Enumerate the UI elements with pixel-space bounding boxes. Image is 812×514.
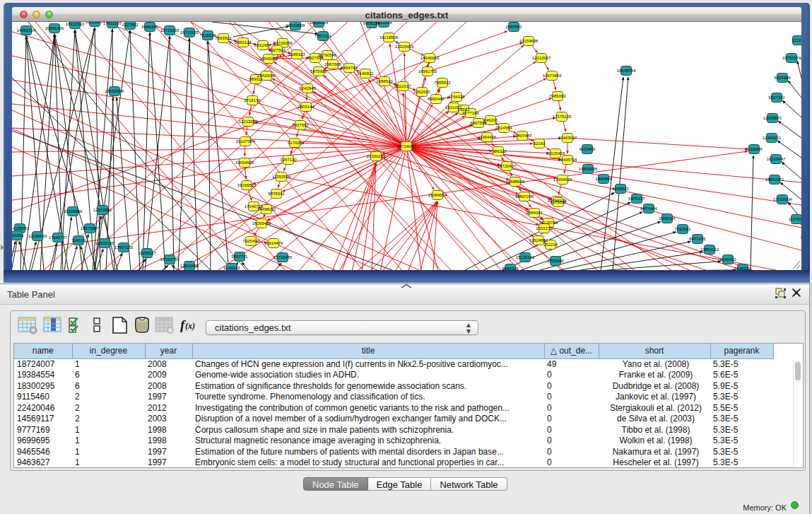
svg-text:9245652: 9245652 xyxy=(719,257,736,262)
svg-text:3267130: 3267130 xyxy=(280,158,297,162)
svg-text:9457771: 9457771 xyxy=(231,255,248,259)
svg-text:16093489: 16093489 xyxy=(252,221,271,226)
svg-text:2935114: 2935114 xyxy=(659,216,676,221)
svg-text:12444151: 12444151 xyxy=(763,136,782,140)
svg-text:18807249: 18807249 xyxy=(515,194,534,199)
svg-text:15716485: 15716485 xyxy=(273,255,293,259)
svg-text:17611297: 17611297 xyxy=(103,22,122,25)
svg-text:8454749: 8454749 xyxy=(341,66,358,70)
svg-text:21364436: 21364436 xyxy=(478,135,497,139)
svg-text:1733426: 1733426 xyxy=(547,259,564,263)
svg-text:16210647: 16210647 xyxy=(767,157,786,161)
svg-text:8427552: 8427552 xyxy=(292,123,309,127)
svg-text:19218506: 19218506 xyxy=(379,35,399,40)
svg-text:2718176: 2718176 xyxy=(244,98,261,103)
svg-text:13975887: 13975887 xyxy=(81,226,100,230)
svg-text:12505135: 12505135 xyxy=(95,241,114,245)
svg-text:17375135: 17375135 xyxy=(553,115,572,119)
svg-text:53226058: 53226058 xyxy=(273,41,293,45)
svg-text:16543382: 16543382 xyxy=(259,57,278,61)
svg-text:8186323: 8186323 xyxy=(288,52,305,57)
svg-text:(x): (x) xyxy=(185,321,195,331)
svg-text:746266: 746266 xyxy=(483,118,498,122)
svg-text:16120746: 16120746 xyxy=(539,221,558,225)
svg-text:10025453: 10025453 xyxy=(546,151,565,156)
svg-text:7663822: 7663822 xyxy=(215,36,232,40)
svg-text:10899695: 10899695 xyxy=(579,167,598,171)
svg-text:10807487: 10807487 xyxy=(513,134,532,138)
svg-text:5878342: 5878342 xyxy=(268,192,285,196)
svg-text:12213967: 12213967 xyxy=(532,56,551,60)
svg-text:9329966: 9329966 xyxy=(774,76,791,80)
svg-text:10958117: 10958117 xyxy=(138,251,157,255)
svg-text:8471676: 8471676 xyxy=(689,237,706,241)
svg-text:17942737: 17942737 xyxy=(49,235,68,240)
svg-text:14055724: 14055724 xyxy=(17,28,36,33)
svg-text:16782759: 16782759 xyxy=(160,257,180,262)
svg-text:19166825: 19166825 xyxy=(237,183,257,187)
svg-text:1362615: 1362615 xyxy=(413,90,430,94)
svg-text:19384554: 19384554 xyxy=(428,193,447,197)
svg-text:21300203: 21300203 xyxy=(367,154,386,158)
svg-text:18313310: 18313310 xyxy=(66,22,85,26)
svg-text:8990448: 8990448 xyxy=(428,97,445,101)
svg-text:7925402: 7925402 xyxy=(242,239,259,243)
svg-text:114519: 114519 xyxy=(71,238,86,243)
svg-text:17654923: 17654923 xyxy=(553,177,572,182)
svg-text:12353594: 12353594 xyxy=(272,175,291,179)
svg-text:19654935: 19654935 xyxy=(235,160,254,165)
svg-text:10854112: 10854112 xyxy=(700,247,719,252)
svg-text:917006: 917006 xyxy=(288,141,302,145)
svg-text:8912954: 8912954 xyxy=(254,43,271,47)
svg-text:14495794: 14495794 xyxy=(558,158,577,162)
svg-text:5875685: 5875685 xyxy=(310,69,327,74)
svg-text:8215958: 8215958 xyxy=(746,147,763,151)
svg-text:9146821: 9146821 xyxy=(357,71,374,76)
svg-text:12156829: 12156829 xyxy=(28,234,47,238)
svg-text:9242848: 9242848 xyxy=(299,86,316,90)
svg-text:18640910: 18640910 xyxy=(420,56,440,60)
svg-text:12093872: 12093872 xyxy=(763,116,782,120)
svg-text:9084067: 9084067 xyxy=(526,211,543,215)
svg-text:989011: 989011 xyxy=(249,77,263,81)
svg-text:13463627: 13463627 xyxy=(558,136,577,140)
svg-text:18790546: 18790546 xyxy=(318,53,337,57)
svg-text:252214: 252214 xyxy=(543,243,558,247)
svg-text:16713155: 16713155 xyxy=(180,30,199,35)
svg-text:9327503: 9327503 xyxy=(269,48,286,52)
svg-text:9358226: 9358226 xyxy=(363,22,380,25)
svg-text:9227342: 9227342 xyxy=(768,95,785,100)
svg-text:16836514: 16836514 xyxy=(310,22,329,25)
svg-text:20206556: 20206556 xyxy=(64,209,83,214)
svg-text:17016504: 17016504 xyxy=(773,197,792,201)
svg-text:11124: 11124 xyxy=(792,38,801,42)
svg-text:10973493: 10973493 xyxy=(543,74,562,78)
svg-text:1075692: 1075692 xyxy=(550,200,567,204)
svg-text:1588520: 1588520 xyxy=(376,79,393,83)
svg-text:2803144: 2803144 xyxy=(298,105,314,109)
svg-text:1167534: 1167534 xyxy=(789,217,801,221)
svg-text:6379197: 6379197 xyxy=(628,197,645,201)
svg-text:20691406: 20691406 xyxy=(45,26,64,30)
svg-text:14498222: 14498222 xyxy=(257,207,276,211)
svg-text:7986322: 7986322 xyxy=(490,149,507,153)
svg-text:7955812: 7955812 xyxy=(434,81,451,85)
svg-text:3624554: 3624554 xyxy=(495,126,512,130)
svg-text:1440954: 1440954 xyxy=(595,177,612,181)
svg-text:16961755: 16961755 xyxy=(418,69,437,74)
svg-text:16033809: 16033809 xyxy=(286,23,305,28)
svg-text:18724007: 18724007 xyxy=(397,144,416,148)
svg-text:391591: 391591 xyxy=(12,233,25,238)
svg-text:28053346: 28053346 xyxy=(105,89,124,93)
svg-text:5322037: 5322037 xyxy=(394,84,411,88)
svg-text:9115460: 9115460 xyxy=(579,147,596,151)
svg-text:2087652: 2087652 xyxy=(505,25,522,29)
svg-text:12823465: 12823465 xyxy=(180,264,199,268)
svg-text:10719155: 10719155 xyxy=(160,28,180,33)
svg-text:6966160: 6966160 xyxy=(141,25,158,29)
svg-text:8960124: 8960124 xyxy=(235,40,252,45)
svg-text:15720407: 15720407 xyxy=(498,164,517,168)
svg-text:12353991: 12353991 xyxy=(93,208,112,212)
svg-text:10688609: 10688609 xyxy=(506,180,525,184)
svg-text:9474444: 9474444 xyxy=(640,206,657,211)
